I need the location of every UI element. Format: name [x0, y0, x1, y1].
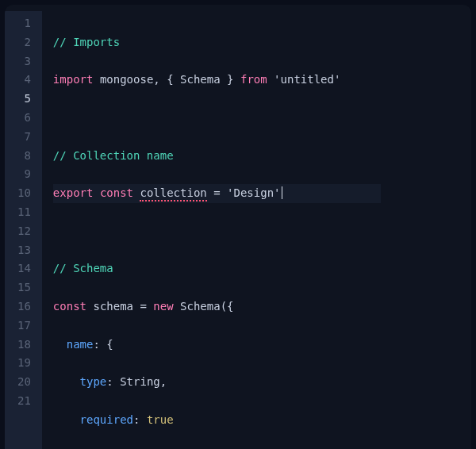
code-line: // Collection name — [53, 147, 381, 166]
code-line: required: true — [53, 411, 381, 430]
line-number: 6 — [17, 109, 31, 128]
identifier-schema-import: Schema — [180, 73, 221, 86]
code-line — [53, 109, 381, 128]
line-number: 21 — [17, 392, 31, 411]
line-number: 12 — [17, 222, 31, 241]
line-number: 9 — [17, 165, 31, 184]
code-line: name: { — [53, 336, 381, 355]
comment: // Schema — [53, 262, 113, 274]
identifier-collection-warning: collection — [140, 186, 206, 201]
keyword-export: export — [53, 186, 94, 199]
line-number: 11 — [17, 203, 31, 222]
line-number: 18 — [17, 336, 31, 355]
keyword-import: import — [53, 73, 94, 86]
line-number: 7 — [17, 128, 31, 147]
code-line: import mongoose, { Schema } from 'untitl… — [53, 71, 381, 90]
text-cursor — [282, 186, 283, 199]
line-number: 19 — [17, 354, 31, 373]
code-line: // Schema — [53, 259, 381, 278]
string-design: 'Design' — [227, 186, 280, 199]
line-number: 16 — [17, 297, 31, 317]
code-content[interactable]: // Imports import mongoose, { Schema } f… — [42, 11, 389, 449]
line-number: 1 — [17, 14, 31, 33]
code-editor[interactable]: 123456789101112131415161718192021 // Imp… — [5, 5, 471, 449]
identifier-string: String — [120, 375, 160, 388]
code-line-active: export const collection = 'Design' — [53, 184, 381, 203]
string-module: 'untitled' — [274, 73, 340, 86]
identifier-schema: schema — [93, 300, 133, 313]
line-number: 13 — [17, 241, 31, 260]
prop-required: required — [80, 413, 133, 426]
comment: // Collection name — [53, 149, 174, 162]
line-number: 17 — [17, 317, 31, 336]
identifier-schema-ctor: Schema — [180, 300, 221, 313]
code-line: type: String, — [53, 373, 381, 392]
line-number: 15 — [17, 278, 31, 297]
code-line: // Imports — [53, 33, 381, 52]
bool-true: true — [147, 413, 174, 426]
line-number: 4 — [17, 71, 31, 90]
line-number: 20 — [17, 373, 31, 392]
keyword-from: from — [240, 73, 267, 86]
line-number: 14 — [17, 259, 31, 278]
line-number: 10 — [17, 184, 31, 203]
prop-type: type — [80, 375, 107, 388]
code-line — [53, 222, 381, 241]
line-number: 2 — [17, 33, 31, 52]
keyword-const: const — [53, 300, 86, 313]
prop-name: name — [67, 338, 94, 351]
comment: // Imports — [53, 36, 120, 48]
line-number-gutter: 123456789101112131415161718192021 — [5, 11, 42, 449]
line-number: 3 — [17, 52, 31, 71]
keyword-const: const — [100, 186, 133, 199]
identifier-mongoose: mongoose — [100, 73, 153, 86]
code-line: const schema = new Schema({ — [53, 297, 381, 317]
keyword-new: new — [153, 300, 173, 313]
line-number: 5 — [17, 90, 31, 109]
line-number: 8 — [17, 147, 31, 166]
